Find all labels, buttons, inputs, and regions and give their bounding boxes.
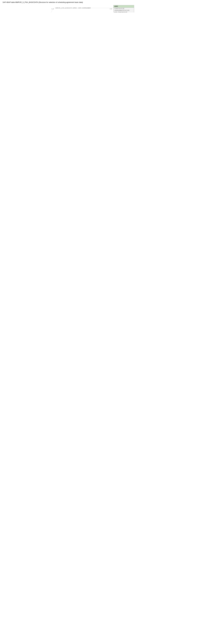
target-header: ADRC xyxy=(114,5,134,8)
target-field: ADDRNUMBER [CHAR (10)] xyxy=(114,10,134,11)
edge-card-right: 0..N xyxy=(110,8,112,10)
target-node: ADRCCLIENT [CLNT (3)]ADDRNUMBER [CHAR (1… xyxy=(113,5,134,12)
diagram-page: SAP ABAP table MMPUR_S_PSA_BASICDATA {St… xyxy=(0,0,198,12)
target-field: DATE_FROM [DATS (8)] xyxy=(114,11,134,12)
page-title: SAP ABAP table MMPUR_S_PSA_BASICDATA {St… xyxy=(3,1,195,3)
target-field: CLIENT [CLNT (3)] xyxy=(114,8,134,10)
edge-card-left: 0..N xyxy=(52,8,54,10)
edge-label: MMPUR_S_PSA_BASICDATA-ADRN2 = ADRC-ADDRN… xyxy=(55,7,91,9)
